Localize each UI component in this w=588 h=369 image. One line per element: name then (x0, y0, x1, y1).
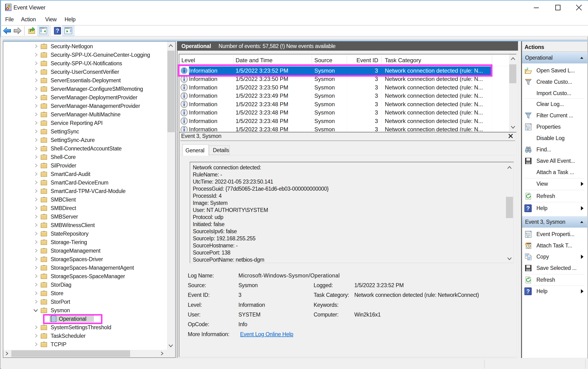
svg-text:?: ? (527, 205, 530, 211)
svg-text:?: ? (56, 28, 59, 34)
svg-text:?: ? (527, 288, 530, 295)
